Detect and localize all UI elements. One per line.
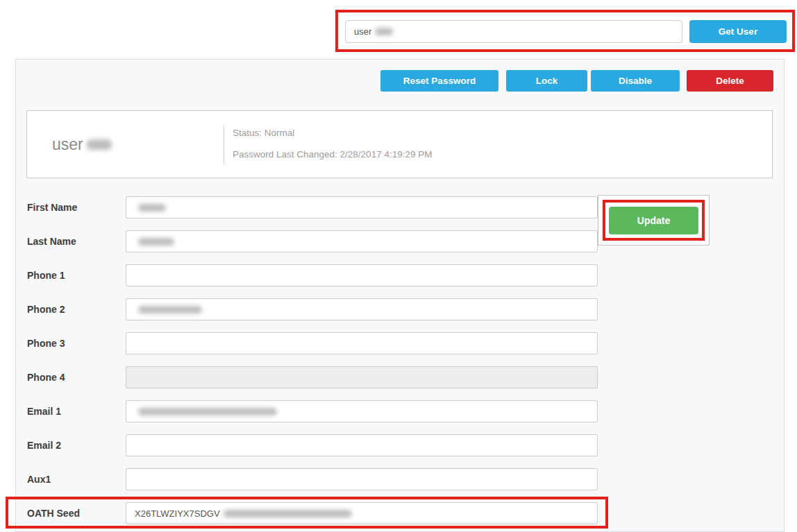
get-user-button[interactable]: Get User <box>689 20 787 43</box>
phone-4-label: Phone 4 <box>27 372 65 383</box>
username-display: user <box>52 111 112 178</box>
phone-3-input[interactable] <box>126 332 598 354</box>
username-search-input[interactable]: user <box>345 20 682 43</box>
reset-password-button[interactable]: Reset Password <box>380 70 498 92</box>
aux1-input[interactable] <box>126 468 598 490</box>
first-name-input[interactable] <box>126 196 598 218</box>
password-last-changed-text: Password Last Changed: 2/28/2017 4:19:29… <box>233 149 432 160</box>
email-2-input[interactable] <box>126 434 598 456</box>
phone-3-label: Phone 3 <box>27 338 65 349</box>
phone-1-input[interactable] <box>126 264 598 286</box>
lock-button[interactable]: Lock <box>506 70 587 92</box>
user-summary-card: user Status: Normal Password Last Change… <box>26 110 773 178</box>
phone-2-input[interactable] <box>126 298 598 320</box>
oath-seed-label: OATH Seed <box>27 508 80 519</box>
update-button[interactable]: Update <box>609 207 698 234</box>
user-detail-panel: Reset Password Lock Disable Delete user … <box>15 59 785 532</box>
update-button-container: Update <box>598 195 710 246</box>
username-redacted-blur <box>87 139 112 150</box>
search-input-value: user <box>354 26 371 37</box>
oath-seed-redacted-blur <box>224 510 352 517</box>
oath-seed-input-value: X26TLWZIYX7SDGV <box>135 508 220 519</box>
search-input-redacted-blur <box>375 28 393 35</box>
username-visible-text: user <box>52 135 83 154</box>
phone-2-label: Phone 2 <box>27 304 65 315</box>
status-text: Status: Normal <box>233 128 294 138</box>
first-name-redacted-blur <box>138 204 166 212</box>
email-1-input[interactable] <box>126 400 598 422</box>
email-2-label: Email 2 <box>27 440 61 451</box>
email-1-redacted-blur <box>138 408 277 415</box>
disable-button[interactable]: Disable <box>591 70 680 92</box>
last-name-input[interactable] <box>126 230 598 252</box>
card-divider <box>224 126 224 164</box>
delete-button[interactable]: Delete <box>687 70 773 92</box>
user-management-page: user Get User Reset Password Lock Disabl… <box>0 0 797 532</box>
last-name-label: Last Name <box>27 236 76 247</box>
phone-4-input <box>126 366 598 388</box>
first-name-label: First Name <box>27 202 77 213</box>
email-1-label: Email 1 <box>27 406 61 417</box>
aux1-label: Aux1 <box>27 474 51 485</box>
phone-1-label: Phone 1 <box>27 270 65 281</box>
phone-2-redacted-blur <box>138 306 202 314</box>
last-name-redacted-blur <box>138 238 174 246</box>
annotation-update-button: Update <box>603 200 705 241</box>
oath-seed-input[interactable]: X26TLWZIYX7SDGV <box>126 502 598 524</box>
